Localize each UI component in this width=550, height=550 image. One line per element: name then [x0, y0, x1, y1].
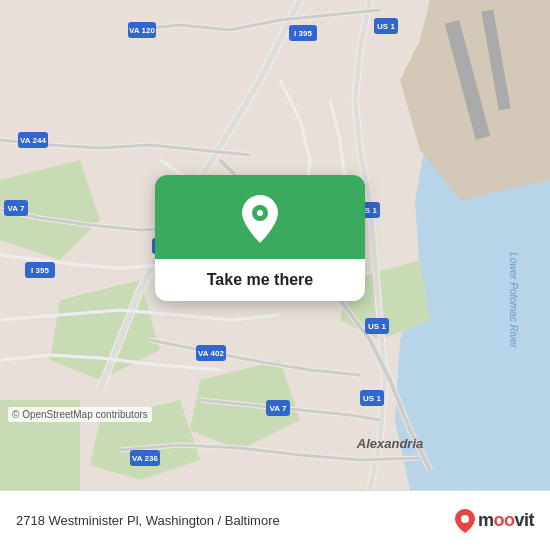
moovit-logo: moovit: [455, 508, 534, 534]
svg-text:VA 244: VA 244: [20, 136, 46, 145]
svg-text:I 395: I 395: [31, 266, 49, 275]
svg-text:VA 236: VA 236: [132, 454, 158, 463]
svg-point-42: [257, 210, 263, 216]
svg-text:US 1: US 1: [368, 322, 386, 331]
address-text: 2718 Westminister Pl, Washington / Balti…: [16, 513, 280, 528]
svg-text:US 1: US 1: [363, 394, 381, 403]
card-green-section: [155, 175, 365, 259]
moovit-pin-icon: [455, 508, 475, 534]
map-container: VA 120 US 1 I 395 VA 244 VA 7 I 395 I 39…: [0, 0, 550, 490]
svg-text:VA 402: VA 402: [198, 349, 224, 358]
svg-text:Lower Potomac River: Lower Potomac River: [508, 252, 519, 348]
svg-point-43: [461, 515, 469, 523]
svg-text:VA 120: VA 120: [129, 26, 155, 35]
bottom-bar: 2718 Westminister Pl, Washington / Balti…: [0, 490, 550, 550]
svg-text:VA 7: VA 7: [8, 204, 25, 213]
svg-text:Alexandria: Alexandria: [356, 436, 423, 451]
take-me-there-card: Take me there: [155, 175, 365, 301]
moovit-wordmark: moovit: [478, 510, 534, 531]
take-me-there-button[interactable]: Take me there: [155, 259, 365, 301]
location-pin-icon: [238, 193, 282, 245]
svg-text:I 395: I 395: [294, 29, 312, 38]
svg-text:US 1: US 1: [377, 22, 395, 31]
take-me-there-label: Take me there: [207, 271, 313, 289]
svg-text:VA 7: VA 7: [270, 404, 287, 413]
map-attribution: © OpenStreetMap contributors: [8, 407, 152, 422]
